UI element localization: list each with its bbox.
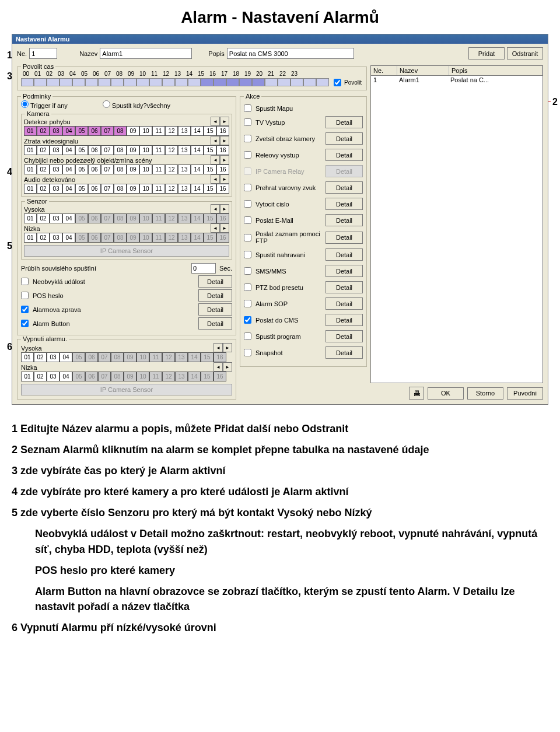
add-button[interactable]: Pridat [468, 47, 505, 59]
hour-cell[interactable] [188, 78, 201, 86]
action-detail-button[interactable]: Detail [326, 214, 363, 226]
hour-cell[interactable] [201, 78, 214, 86]
hour-cell[interactable] [265, 78, 278, 86]
action-detail-button[interactable]: Detail [326, 265, 363, 277]
number-cell[interactable]: 01 [21, 372, 34, 381]
action-checkbox[interactable] [244, 283, 251, 291]
number-cell[interactable]: 16 [216, 145, 229, 155]
number-cell[interactable]: 04 [62, 126, 75, 136]
number-cell[interactable]: 06 [88, 145, 101, 155]
number-cell[interactable]: 15 [204, 164, 216, 174]
number-cell[interactable]: 11 [152, 126, 165, 136]
number-cell[interactable]: 14 [191, 184, 204, 194]
number-cell[interactable]: 03 [50, 126, 62, 136]
hour-cell[interactable] [136, 78, 149, 86]
action-checkbox[interactable] [244, 118, 251, 126]
arrow-right-icon[interactable]: ► [220, 155, 229, 164]
number-cell[interactable]: 08 [114, 184, 127, 194]
unusual-event-detail-button[interactable]: Detail [198, 275, 232, 288]
action-checkbox[interactable] [244, 151, 251, 159]
number-cell[interactable]: 13 [178, 145, 191, 155]
action-checkbox[interactable] [244, 349, 251, 356]
arrow-left-icon[interactable]: ◄ [211, 117, 220, 126]
number-cell[interactable]: 07 [101, 126, 114, 136]
arrow-left-icon[interactable]: ◄ [211, 155, 220, 164]
radio-trigger-all[interactable]: Spustit kdy?všechny [103, 100, 170, 109]
action-checkbox[interactable] [244, 135, 251, 142]
cancel-button[interactable]: Storno [467, 387, 503, 400]
hour-cell[interactable] [252, 78, 265, 86]
arrow-left-icon[interactable]: ◄ [211, 204, 220, 213]
number-cell[interactable]: 02 [37, 184, 50, 194]
number-cell[interactable]: 02 [37, 126, 50, 136]
number-cell[interactable]: 03 [50, 233, 62, 243]
hour-cell[interactable] [72, 78, 85, 86]
duration-input[interactable] [191, 263, 216, 274]
number-cell[interactable]: 03 [50, 184, 62, 194]
number-cell[interactable]: 09 [127, 145, 139, 155]
action-checkbox[interactable] [244, 316, 251, 324]
number-cell[interactable]: 08 [114, 164, 127, 174]
number-cell[interactable]: 08 [114, 126, 127, 136]
alarm-message-detail-button[interactable]: Detail [198, 303, 232, 316]
action-checkbox[interactable] [244, 332, 251, 340]
hour-cell[interactable] [60, 78, 72, 86]
table-header-popis[interactable]: Popis [449, 66, 542, 75]
hour-cell[interactable] [34, 78, 47, 86]
number-cell[interactable]: 16 [216, 164, 229, 174]
action-detail-button[interactable]: Detail [326, 330, 363, 342]
arrow-right-icon[interactable]: ► [223, 362, 232, 372]
hour-cell[interactable] [316, 78, 329, 86]
hour-cell[interactable] [239, 78, 252, 86]
number-cell[interactable]: 05 [75, 145, 88, 155]
hour-cell[interactable] [278, 78, 290, 86]
action-detail-button[interactable]: Detail [326, 198, 363, 210]
number-cell[interactable]: 12 [165, 126, 178, 136]
number-cell[interactable]: 09 [127, 126, 139, 136]
number-cell[interactable]: 15 [204, 184, 216, 194]
number-cell[interactable]: 04 [60, 352, 72, 362]
action-detail-button[interactable]: Detail [326, 314, 363, 326]
default-button[interactable]: Puvodni [507, 387, 543, 400]
number-cell[interactable]: 12 [165, 164, 178, 174]
hour-cell[interactable] [214, 78, 226, 86]
hour-cell[interactable] [175, 78, 188, 86]
number-cell[interactable]: 04 [62, 233, 75, 243]
arrow-left-icon[interactable]: ◄ [214, 362, 223, 372]
pos-password-checkbox[interactable] [21, 292, 29, 299]
arrow-right-icon[interactable]: ► [220, 223, 229, 233]
alarm-button-checkbox[interactable] [21, 320, 29, 327]
number-cell[interactable]: 16 [216, 126, 229, 136]
number-cell[interactable]: 07 [101, 184, 114, 194]
action-detail-button[interactable]: Detail [326, 248, 363, 261]
number-cell[interactable]: 01 [24, 213, 37, 223]
number-cell[interactable]: 03 [50, 164, 62, 174]
arrow-right-icon[interactable]: ► [220, 174, 229, 184]
hour-cell[interactable] [149, 78, 162, 86]
number-cell[interactable]: 02 [37, 145, 50, 155]
number-cell[interactable]: 14 [191, 164, 204, 174]
hour-cell[interactable] [124, 78, 136, 86]
action-checkbox[interactable] [244, 216, 251, 224]
number-cell[interactable]: 04 [62, 213, 75, 223]
number-cell[interactable]: 14 [191, 126, 204, 136]
number-cell[interactable]: 02 [37, 164, 50, 174]
number-cell[interactable]: 08 [114, 145, 127, 155]
enable-hours-checkbox[interactable]: Povolit [334, 79, 362, 86]
action-detail-button[interactable]: Detail [326, 346, 363, 359]
hour-cell[interactable] [47, 78, 60, 86]
arrow-right-icon[interactable]: ► [220, 204, 229, 213]
arrow-left-icon[interactable]: ◄ [211, 174, 220, 184]
number-cell[interactable]: 11 [152, 184, 165, 194]
number-cell[interactable]: 13 [178, 126, 191, 136]
number-cell[interactable]: 10 [139, 145, 152, 155]
number-cell[interactable]: 05 [75, 184, 88, 194]
unusual-event-checkbox[interactable] [21, 278, 29, 285]
delete-button[interactable]: Odstranit [507, 47, 543, 59]
number-cell[interactable]: 05 [75, 126, 88, 136]
number-cell[interactable]: 14 [191, 145, 204, 155]
action-detail-button[interactable]: Detail [326, 149, 363, 161]
number-cell[interactable]: 06 [88, 184, 101, 194]
number-cell[interactable]: 02 [37, 213, 50, 223]
print-icon[interactable]: 🖶 [409, 387, 424, 400]
